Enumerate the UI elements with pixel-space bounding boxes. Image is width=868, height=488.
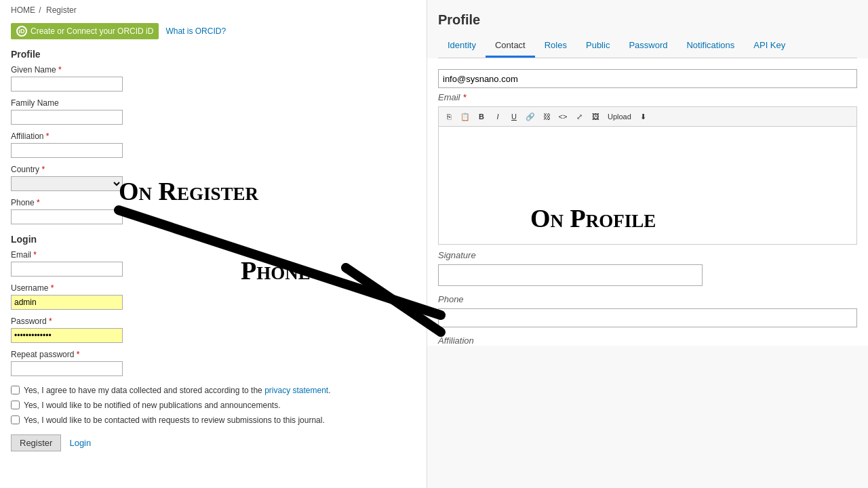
email-input[interactable] [11, 262, 123, 277]
tab-password[interactable]: Password [619, 35, 677, 58]
rte-download-btn[interactable]: ⬇ [636, 109, 651, 124]
login-section: Login Email * Username * Password * [11, 234, 416, 376]
profile-email-label: Email * [438, 92, 857, 102]
tab-public[interactable]: Public [576, 35, 619, 58]
orcid-button[interactable]: iD Create or Connect your ORCID iD [11, 23, 159, 39]
profile-title: Profile [438, 12, 857, 28]
username-required: * [51, 283, 54, 293]
repeat-password-input[interactable] [11, 361, 123, 376]
repeat-password-group: Repeat password * [11, 350, 416, 376]
orcid-icon: iD [16, 26, 27, 37]
phone-input-profile[interactable] [438, 308, 857, 327]
bold-icon: B [479, 113, 484, 121]
rte-underline-btn[interactable]: U [507, 109, 521, 124]
email-required: * [33, 250, 37, 260]
username-label: Username * [11, 283, 416, 293]
profile-email-input[interactable] [438, 69, 857, 88]
password-input[interactable] [11, 328, 123, 343]
breadcrumb-current: Register [46, 5, 77, 15]
repeat-password-label: Repeat password * [11, 350, 416, 359]
signature-input[interactable] [438, 264, 703, 286]
checkbox-review: Yes, I would like to be contacted with r… [11, 415, 416, 425]
given-name-input[interactable] [11, 77, 123, 92]
family-name-group: Family Name [11, 98, 416, 125]
family-name-label: Family Name [11, 98, 416, 108]
rte-signature-area[interactable] [438, 126, 857, 245]
orcid-button-label: Create or Connect your ORCID iD [31, 26, 153, 36]
country-required: * [41, 165, 45, 174]
tab-notifications[interactable]: Notifications [677, 35, 744, 58]
password-group: Password * [11, 317, 416, 343]
register-button[interactable]: Register [11, 434, 61, 451]
family-name-input[interactable] [11, 110, 123, 125]
affiliation-group: Affiliation * [11, 131, 416, 158]
phone-required: * [37, 198, 40, 207]
tab-identity[interactable]: Identity [438, 35, 486, 58]
review-checkbox[interactable] [11, 415, 20, 424]
affiliation-label: Affiliation * [11, 131, 416, 141]
italic-icon: I [496, 113, 498, 121]
profile-content: Email * ⎘ 📋 B I U 🔗 ⛓ <> ⤢ 🖼 Upload ⬇ [427, 58, 868, 346]
orcid-bar: iD Create or Connect your ORCID iD What … [11, 23, 416, 39]
tab-api-key[interactable]: API Key [744, 35, 795, 58]
rte-code-btn[interactable]: <> [555, 109, 570, 124]
login-link[interactable]: Login [69, 438, 91, 448]
affiliation-input[interactable] [11, 143, 123, 158]
country-label: Country * [11, 165, 416, 174]
profile-header: Profile Identity Contact Roles Public Pa… [427, 5, 868, 58]
signature-label: Signature [438, 250, 857, 260]
breadcrumb: HOME / Register [11, 5, 416, 15]
review-label: Yes, I would like to be contacted with r… [24, 415, 325, 425]
password-required: * [49, 317, 52, 326]
rte-upload-btn[interactable]: Upload [604, 109, 635, 124]
privacy-label: Yes, I agree to have my data collected a… [24, 386, 331, 395]
given-name-required: * [58, 65, 62, 75]
form-buttons: Register Login [11, 434, 416, 451]
repeat-password-required: * [77, 350, 80, 359]
username-group: Username * [11, 283, 416, 310]
what-is-orcid-link[interactable]: What is ORCID? [165, 26, 226, 36]
given-name-label: Given Name * [11, 65, 416, 75]
phone-label: Phone * [11, 198, 416, 207]
email-label: Email * [11, 250, 416, 260]
privacy-statement-link[interactable]: privacy statement [264, 386, 328, 395]
breadcrumb-home[interactable]: HOME [11, 5, 35, 15]
notifications-checkbox[interactable] [11, 401, 20, 409]
rte-copy-btn[interactable]: ⎘ [441, 109, 456, 124]
breadcrumb-separator: / [39, 5, 41, 15]
checkbox-privacy: Yes, I agree to have my data collected a… [11, 386, 416, 395]
tab-roles[interactable]: Roles [535, 35, 576, 58]
affiliation-label-profile: Affiliation [438, 336, 857, 346]
rte-fullscreen-btn[interactable]: ⤢ [572, 109, 587, 124]
rte-bold-btn[interactable]: B [474, 109, 489, 124]
login-section-title: Login [11, 234, 416, 245]
checkbox-notifications: Yes, I would like to be notified of new … [11, 401, 416, 410]
privacy-checkbox[interactable] [11, 386, 20, 394]
underline-icon: U [511, 113, 517, 121]
phone-label-profile: Phone [438, 294, 857, 304]
country-group: Country * [11, 165, 416, 191]
phone-group: Phone * [11, 198, 416, 224]
email-group: Email * [11, 250, 416, 277]
rte-toolbar: ⎘ 📋 B I U 🔗 ⛓ <> ⤢ 🖼 Upload ⬇ [438, 106, 857, 126]
tab-contact[interactable]: Contact [486, 35, 535, 58]
country-select[interactable] [11, 176, 123, 191]
profile-tabs: Identity Contact Roles Public Password N… [438, 35, 857, 58]
rte-unlink-btn[interactable]: ⛓ [539, 109, 554, 124]
notifications-label: Yes, I would like to be notified of new … [24, 401, 280, 410]
rte-paste-btn[interactable]: 📋 [458, 109, 473, 124]
username-input[interactable] [11, 295, 123, 310]
given-name-group: Given Name * [11, 65, 416, 92]
rte-italic-btn[interactable]: I [490, 109, 505, 124]
profile-email-required: * [463, 92, 467, 102]
phone-input[interactable] [11, 209, 123, 224]
profile-panel: Profile Identity Contact Roles Public Pa… [427, 0, 868, 488]
rte-link-btn[interactable]: 🔗 [523, 109, 538, 124]
rte-image-btn[interactable]: 🖼 [588, 109, 603, 124]
password-label: Password * [11, 317, 416, 326]
affiliation-required: * [46, 131, 50, 141]
profile-section-title: Profile [11, 49, 416, 60]
